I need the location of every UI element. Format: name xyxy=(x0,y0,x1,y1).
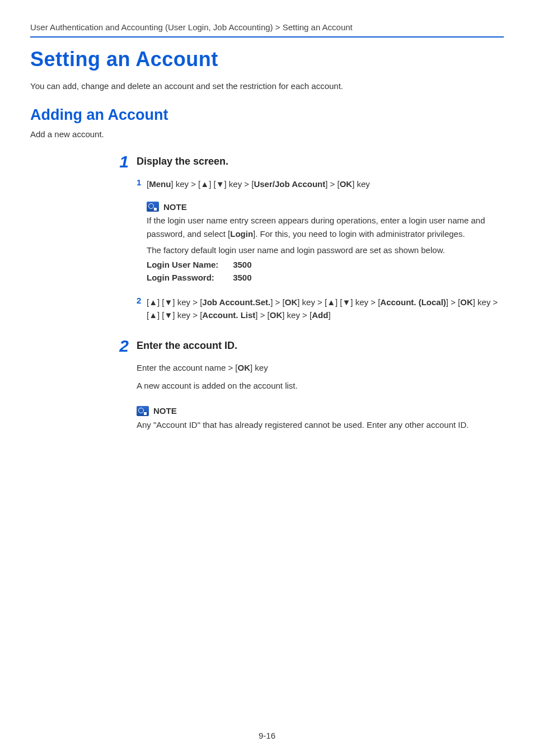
page-title: Setting an Account xyxy=(30,48,504,71)
substep-number: 1 xyxy=(137,178,147,187)
login-pass-row: Login Password: 3500 xyxy=(147,273,498,282)
substep-number: 2 xyxy=(137,296,147,305)
note-icon xyxy=(137,406,149,416)
login-user-value: 3500 xyxy=(233,260,251,269)
step-1: 1 Display the screen. 1 [Menu] key > [▲]… xyxy=(103,153,504,330)
page-number: 9-16 xyxy=(0,731,534,740)
login-user-label: Login User Name: xyxy=(147,260,231,269)
note-text: If the login user name entry screen appe… xyxy=(147,214,498,240)
section-title: Adding an Account xyxy=(30,106,504,124)
note-box-2: NOTE Any "Account ID" that has already r… xyxy=(137,406,504,431)
step-2-line-1: Enter the account name > [OK] key xyxy=(137,362,504,375)
step-number-1: 1 xyxy=(103,153,137,170)
section-sub: Add a new account. xyxy=(30,129,504,139)
substep-text: [▲] [▼] key > [Job Account.Set.] > [OK] … xyxy=(147,296,504,322)
note-label: NOTE xyxy=(153,406,177,416)
step-2: 2 Enter the account ID. Enter the accoun… xyxy=(103,338,504,442)
login-pass-value: 3500 xyxy=(233,273,251,282)
note-label: NOTE xyxy=(163,202,187,212)
login-user-row: Login User Name: 3500 xyxy=(147,260,498,269)
note-text-2: The factory default login user name and … xyxy=(147,244,498,256)
step-1-substep-1: 1 [Menu] key > [▲] [▼] key > [User/Job A… xyxy=(137,178,504,190)
step-1-title: Display the screen. xyxy=(137,156,504,167)
step-1-substep-2: 2 [▲] [▼] key > [Job Account.Set.] > [OK… xyxy=(137,296,504,322)
substep-text: [Menu] key > [▲] [▼] key > [User/Job Acc… xyxy=(147,178,504,190)
step-2-title: Enter the account ID. xyxy=(137,340,504,352)
intro-text: You can add, change and delete an accoun… xyxy=(30,81,504,91)
divider xyxy=(30,36,504,38)
note-icon xyxy=(147,202,159,212)
breadcrumb: User Authentication and Accounting (User… xyxy=(30,22,504,32)
login-pass-label: Login Password: xyxy=(147,273,231,282)
step-2-line-2: A new account is added on the account li… xyxy=(137,380,504,393)
note-text: Any "Account ID" that has already regist… xyxy=(137,418,498,431)
step-number-2: 2 xyxy=(103,338,137,354)
note-box-1: NOTE If the login user name entry screen… xyxy=(147,202,504,282)
